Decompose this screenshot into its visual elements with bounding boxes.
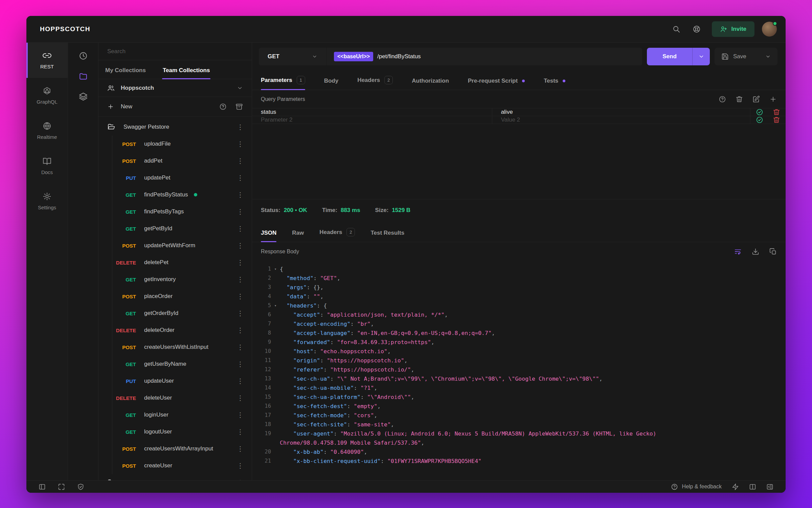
request-item[interactable]: DELETEdeleteUser⋮	[112, 389, 252, 406]
request-menu-icon[interactable]: ⋮	[237, 191, 244, 198]
request-item[interactable]: GETfindPetsByStatus⋮	[112, 186, 252, 203]
tab-parameters[interactable]: Parameters1	[261, 76, 305, 90]
request-menu-icon[interactable]: ⋮	[237, 428, 244, 435]
expand-icon[interactable]	[58, 483, 65, 490]
request-menu-icon[interactable]: ⋮	[237, 242, 244, 249]
collection-folder[interactable]: Swagger Petstore ⋮	[98, 119, 252, 135]
request-menu-icon[interactable]: ⋮	[237, 208, 244, 215]
request-menu-icon[interactable]: ⋮	[237, 157, 244, 164]
param-key-input[interactable]: Parameter 2	[252, 116, 492, 124]
request-item[interactable]: PUTupdatePet⋮	[112, 169, 252, 186]
help-circle-icon[interactable]	[219, 103, 227, 110]
new-collection-button[interactable]: New	[121, 103, 132, 110]
help-circle-icon[interactable]	[719, 96, 726, 103]
response-tab-test-results[interactable]: Test Results	[370, 230, 404, 242]
param-value-input[interactable]: Value 2	[492, 116, 750, 124]
history-tab[interactable]	[79, 51, 88, 60]
line-wrap-icon[interactable]	[734, 248, 742, 255]
folder-menu-icon[interactable]: ⋮	[237, 124, 244, 130]
edit-bulk-icon[interactable]	[752, 96, 760, 103]
request-menu-icon[interactable]: ⋮	[237, 174, 244, 181]
request-item[interactable]: GETloginUser⋮	[112, 406, 252, 423]
param-delete-icon[interactable]	[773, 108, 780, 116]
tab-tests[interactable]: Tests	[544, 78, 565, 90]
response-tab-headers[interactable]: Headers2	[319, 228, 355, 242]
collapse-right-panel-icon[interactable]	[766, 483, 773, 490]
request-item[interactable]: DELETEdeleteOrder⋮	[112, 322, 252, 339]
sidebar-item-graphql[interactable]: GraphQL	[26, 78, 68, 113]
response-body-editor[interactable]: 1▾{2 "method": "GET",3 "args": {},4 "dat…	[252, 261, 786, 480]
param-active-toggle-icon[interactable]	[756, 108, 763, 116]
archive-icon[interactable]	[235, 103, 243, 110]
tab-authorization[interactable]: Authorization	[412, 78, 449, 90]
request-menu-icon[interactable]: ⋮	[237, 141, 244, 147]
search-button[interactable]	[669, 21, 684, 37]
response-tab-json[interactable]: JSON	[261, 230, 276, 242]
avatar[interactable]	[762, 22, 777, 37]
request-item[interactable]: POSTcreateUsersWithArrayInput⋮	[112, 440, 252, 457]
tab-team-collections[interactable]: Team Collections	[162, 67, 211, 79]
column-layout-icon[interactable]	[749, 483, 756, 490]
param-key-input[interactable]: status	[252, 108, 492, 116]
request-item[interactable]: POSTupdatePetWithForm⋮	[112, 237, 252, 254]
environments-tab[interactable]	[79, 92, 88, 101]
request-menu-icon[interactable]: ⋮	[237, 293, 244, 300]
interceptor-shield-icon[interactable]	[77, 483, 84, 490]
request-item[interactable]: GETlogoutUser⋮	[112, 423, 252, 440]
request-menu-icon[interactable]: ⋮	[237, 276, 244, 283]
request-item[interactable]: PUTupdateUser⋮	[112, 373, 252, 389]
request-menu-icon[interactable]: ⋮	[237, 259, 244, 266]
save-button[interactable]: Save	[715, 48, 777, 65]
shortcuts-zap-icon[interactable]	[732, 483, 739, 490]
request-item[interactable]: GETgetPetById⋮	[112, 220, 252, 237]
add-param-icon[interactable]	[769, 96, 777, 103]
request-item[interactable]: POSTcreateUsersWithListInput⋮	[112, 339, 252, 356]
toggle-sidebar-icon[interactable]	[39, 483, 46, 490]
tab-my-collections[interactable]: My Collections	[105, 67, 146, 79]
request-menu-icon[interactable]: ⋮	[237, 310, 244, 317]
sidebar-item-realtime[interactable]: Realtime	[26, 113, 68, 148]
request-item[interactable]: POSTplaceOrder⋮	[112, 288, 252, 305]
send-button[interactable]: Send	[647, 48, 710, 65]
request-menu-icon[interactable]: ⋮	[237, 462, 244, 469]
request-menu-icon[interactable]: ⋮	[237, 378, 244, 384]
download-icon[interactable]	[752, 248, 759, 255]
url-input[interactable]: <<baseUrl>> /pet/findByStatus	[326, 48, 642, 65]
tab-pre-request-script[interactable]: Pre-request Script	[468, 78, 525, 90]
param-active-toggle-icon[interactable]	[756, 116, 763, 124]
request-menu-icon[interactable]: ⋮	[237, 445, 244, 452]
environment-variable-pill[interactable]: <<baseUrl>>	[334, 52, 373, 61]
copy-icon[interactable]	[769, 248, 777, 255]
fold-arrow-icon[interactable]: ▾	[271, 301, 280, 310]
request-menu-icon[interactable]: ⋮	[237, 344, 244, 351]
request-item[interactable]: POSTuploadFile⋮	[112, 135, 252, 152]
search-input[interactable]	[107, 48, 243, 55]
send-options-caret[interactable]	[692, 48, 710, 65]
invite-button[interactable]: Invite	[712, 21, 754, 37]
sidebar-item-docs[interactable]: Docs	[26, 148, 68, 184]
support-button[interactable]	[689, 21, 704, 37]
collections-tab[interactable]	[79, 72, 88, 81]
request-menu-icon[interactable]: ⋮	[237, 411, 244, 418]
param-value-input[interactable]: alive	[492, 108, 750, 116]
sidebar-item-rest[interactable]: REST	[26, 43, 68, 78]
request-item[interactable]: DELETEdeletePet⋮	[112, 254, 252, 271]
request-menu-icon[interactable]: ⋮	[237, 225, 244, 232]
team-selector[interactable]: Hoppscotch	[98, 79, 252, 97]
request-menu-icon[interactable]: ⋮	[237, 395, 244, 401]
request-item[interactable]: POSTcreateUser⋮	[112, 457, 252, 474]
request-item[interactable]: GETgetOrderById⋮	[112, 305, 252, 322]
request-item[interactable]: GETgetInventory⋮	[112, 271, 252, 288]
fold-arrow-icon[interactable]: ▾	[271, 264, 280, 274]
request-menu-icon[interactable]: ⋮	[237, 361, 244, 367]
collection-folder[interactable]: ⋮	[98, 474, 252, 480]
save-options-caret[interactable]	[765, 54, 771, 59]
request-item[interactable]: GETgetUserByName⋮	[112, 356, 252, 373]
clear-all-icon[interactable]	[736, 96, 743, 103]
param-delete-icon[interactable]	[773, 116, 780, 124]
tab-headers[interactable]: Headers2	[357, 76, 393, 90]
help-feedback-button[interactable]: Help & feedback	[671, 483, 722, 490]
tab-body[interactable]: Body	[324, 78, 339, 90]
sidebar-item-settings[interactable]: Settings	[26, 184, 68, 219]
response-tab-raw[interactable]: Raw	[292, 230, 304, 242]
